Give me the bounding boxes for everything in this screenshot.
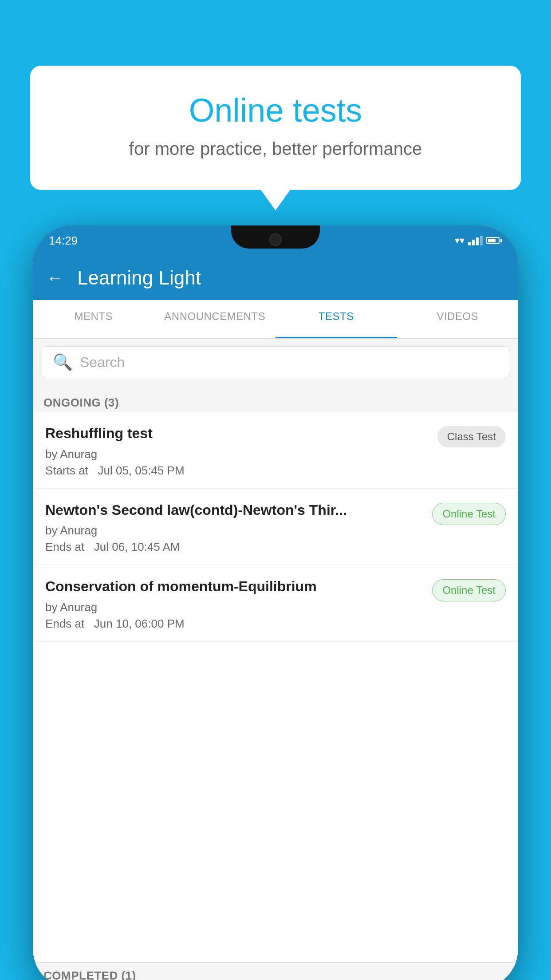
- test-author-1: by Anurag: [45, 447, 429, 461]
- app-bar: ← Learning Light: [33, 256, 518, 300]
- test-badge-2: Online Test: [432, 503, 506, 525]
- completed-section-title: COMPLETED (1): [43, 969, 136, 980]
- test-item-3[interactable]: Conservation of momentum-Equilibrium by …: [33, 565, 518, 642]
- tab-announcements-label: ANNOUNCEMENTS: [164, 310, 265, 323]
- test-info-2: Newton's Second law(contd)-Newton's Thir…: [45, 501, 432, 554]
- test-author-3: by Anurag: [45, 601, 423, 614]
- tab-ments-label: MENTS: [75, 310, 113, 323]
- status-icons: ▾▾: [455, 235, 502, 246]
- tab-announcements[interactable]: ANNOUNCEMENTS: [154, 300, 276, 338]
- search-icon: 🔍: [53, 353, 73, 371]
- battery-icon: [486, 237, 502, 244]
- bubble-subtitle: for more practice, better performance: [66, 139, 485, 159]
- completed-section-header: COMPLETED (1): [33, 962, 518, 980]
- test-time-2: Ends at Jul 06, 10:45 AM: [45, 540, 423, 554]
- search-bar[interactable]: 🔍 Search: [42, 346, 509, 378]
- test-badge-3: Online Test: [432, 579, 506, 601]
- camera: [269, 233, 282, 246]
- speech-bubble: Online tests for more practice, better p…: [30, 66, 521, 190]
- test-time-1: Starts at Jul 05, 05:45 PM: [45, 464, 429, 478]
- test-title-1: Reshuffling test: [45, 424, 429, 443]
- app-bar-title: Learning Light: [77, 267, 201, 289]
- wifi-icon: ▾▾: [455, 235, 464, 246]
- phone-inner: 14:29 ▾▾: [33, 225, 518, 980]
- tab-bar: MENTS ANNOUNCEMENTS TESTS VIDEOS: [33, 300, 518, 339]
- test-title-3: Conservation of momentum-Equilibrium: [45, 577, 423, 596]
- signal-icon: [468, 236, 483, 245]
- test-info-3: Conservation of momentum-Equilibrium by …: [45, 577, 432, 631]
- tab-tests-label: TESTS: [319, 310, 354, 323]
- bubble-title: Online tests: [66, 92, 485, 128]
- test-list: Reshuffling test by Anurag Starts at Jul…: [33, 412, 518, 980]
- test-time-3: Ends at Jun 10, 06:00 PM: [45, 617, 423, 631]
- ongoing-section-title: ONGOING (3): [43, 396, 119, 409]
- phone-content: 14:29 ▾▾: [33, 225, 518, 980]
- test-title-2: Newton's Second law(contd)-Newton's Thir…: [45, 501, 423, 520]
- test-item-2[interactable]: Newton's Second law(contd)-Newton's Thir…: [33, 489, 518, 565]
- search-container: 🔍 Search: [33, 339, 518, 385]
- test-author-2: by Anurag: [45, 524, 423, 537]
- tab-videos-label: VIDEOS: [437, 310, 478, 323]
- test-badge-1: Class Test: [437, 426, 506, 447]
- test-item-1[interactable]: Reshuffling test by Anurag Starts at Jul…: [33, 412, 518, 489]
- test-info-1: Reshuffling test by Anurag Starts at Jul…: [45, 424, 437, 478]
- back-button[interactable]: ←: [46, 268, 64, 288]
- tab-videos[interactable]: VIDEOS: [397, 300, 519, 338]
- notch: [231, 225, 320, 249]
- phone-frame: 14:29 ▾▾: [33, 225, 518, 980]
- status-time: 14:29: [49, 234, 78, 248]
- search-placeholder: Search: [80, 354, 125, 371]
- tab-tests[interactable]: TESTS: [276, 300, 397, 338]
- speech-bubble-container: Online tests for more practice, better p…: [30, 66, 521, 190]
- tab-ments[interactable]: MENTS: [33, 300, 154, 338]
